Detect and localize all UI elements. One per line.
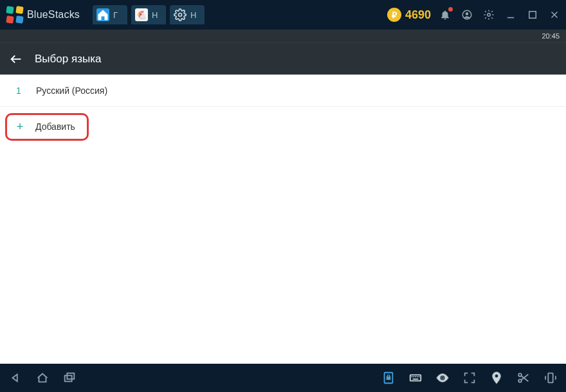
minimize-button[interactable]	[504, 8, 517, 21]
gear-icon	[174, 8, 187, 21]
svg-rect-12	[387, 377, 390, 380]
language-list: 1 Русский (Россия) + Добавить	[0, 75, 566, 143]
tab-label: Н	[152, 10, 158, 20]
titlebar: BlueStacks Г 🐔 Н Н ₽ 4690	[0, 0, 566, 30]
svg-point-21	[518, 373, 522, 377]
user-icon[interactable]	[461, 8, 473, 21]
home-nav-icon[interactable]	[33, 369, 51, 387]
svg-rect-25	[548, 373, 552, 383]
svg-point-22	[518, 379, 522, 382]
bottom-nav	[0, 364, 566, 392]
tab-label: Н	[190, 10, 196, 20]
recent-nav-icon[interactable]	[60, 369, 78, 387]
back-nav-icon[interactable]	[6, 369, 24, 387]
svg-point-20	[441, 377, 444, 379]
app-logo: BlueStacks	[5, 6, 84, 23]
fullscreen-icon[interactable]	[461, 369, 479, 387]
maximize-button[interactable]	[526, 8, 539, 21]
coin-counter[interactable]: ₽ 4690	[387, 8, 431, 22]
home-icon	[96, 8, 109, 21]
close-button[interactable]	[548, 8, 561, 21]
gear-icon[interactable]	[482, 8, 495, 21]
bluestacks-logo-icon	[6, 6, 23, 23]
plus-icon: +	[11, 120, 29, 134]
location-icon[interactable]	[488, 369, 506, 387]
svg-rect-13	[410, 375, 421, 380]
rotation-lock-icon[interactable]	[379, 369, 397, 387]
tab-app[interactable]: 🐔 Н	[131, 5, 166, 24]
coin-value: 4690	[405, 8, 431, 22]
svg-point-3	[488, 13, 491, 17]
page-title: Выбор языка	[35, 53, 101, 66]
chicken-icon: 🐔	[135, 8, 148, 21]
coin-icon: ₽	[387, 8, 401, 22]
tab-label: Г	[113, 10, 118, 20]
app-window: BlueStacks Г 🐔 Н Н ₽ 4690	[0, 0, 566, 392]
row-index: 1	[8, 85, 30, 96]
app-bar: Выбор языка	[0, 42, 566, 75]
svg-point-2	[466, 12, 469, 15]
eye-icon[interactable]	[434, 369, 452, 387]
tab-home[interactable]: Г	[93, 5, 127, 24]
svg-rect-9	[65, 375, 72, 381]
bell-icon[interactable]	[439, 8, 452, 21]
add-label: Добавить	[35, 121, 75, 132]
tabs: Г 🐔 Н Н	[93, 5, 208, 24]
titlebar-controls	[439, 8, 561, 21]
brand-label: BlueStacks	[27, 9, 80, 21]
scissors-icon[interactable]	[515, 369, 533, 387]
svg-rect-5	[529, 12, 536, 19]
clock: 20:45	[542, 32, 560, 40]
svg-point-0	[179, 13, 182, 17]
add-language-button[interactable]: + Добавить	[5, 113, 89, 141]
status-bar: 20:45	[0, 30, 566, 42]
language-row[interactable]: 1 Русский (Россия)	[0, 75, 566, 107]
tab-settings[interactable]: Н	[170, 5, 205, 24]
add-language-row: + Добавить	[0, 107, 566, 143]
language-label: Русский (Россия)	[36, 85, 107, 96]
shake-icon[interactable]	[542, 369, 560, 387]
keyboard-icon[interactable]	[406, 369, 424, 387]
back-button[interactable]	[9, 52, 23, 66]
